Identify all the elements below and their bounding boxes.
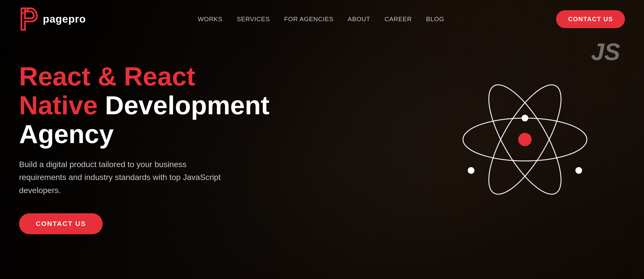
svg-point-7 bbox=[468, 167, 474, 174]
hero-section: JS pagepro WORKS SERVICES FOR AGENCIES bbox=[0, 0, 644, 279]
svg-point-4 bbox=[518, 133, 532, 146]
nav-item-services[interactable]: SERVICES bbox=[237, 15, 270, 23]
hero-subtitle: Build a digital product tailored to your… bbox=[19, 158, 234, 197]
atom-svg bbox=[458, 73, 592, 206]
logo-text: pagepro bbox=[43, 13, 86, 25]
react-atom-graphic bbox=[458, 73, 592, 206]
nav-contact-button[interactable]: CONTACT US bbox=[556, 10, 625, 28]
nav-item-works[interactable]: WORKS bbox=[198, 15, 222, 23]
nav-link-career[interactable]: CAREER bbox=[385, 15, 412, 23]
nav-link-blog[interactable]: BLOG bbox=[426, 15, 444, 23]
nav-links: WORKS SERVICES FOR AGENCIES ABOUT CAREER… bbox=[198, 15, 444, 23]
nav-link-for-agencies[interactable]: FOR AGENCIES bbox=[284, 15, 334, 23]
logo-icon bbox=[19, 6, 38, 32]
svg-point-6 bbox=[576, 167, 582, 174]
hero-contact-button[interactable]: CONTACT US bbox=[19, 213, 103, 234]
nav-link-works[interactable]: WORKS bbox=[198, 15, 222, 23]
nav-item-blog[interactable]: BLOG bbox=[426, 15, 444, 23]
nav-link-services[interactable]: SERVICES bbox=[237, 15, 270, 23]
logo-link[interactable]: pagepro bbox=[19, 6, 86, 32]
nav-item-about[interactable]: ABOUT bbox=[348, 15, 370, 23]
hero-title: React & React Native DevelopmentAgency bbox=[19, 62, 281, 148]
nav-link-about[interactable]: ABOUT bbox=[348, 15, 370, 23]
nav-item-for-agencies[interactable]: FOR AGENCIES bbox=[284, 15, 334, 23]
hero-content: React & React Native DevelopmentAgency B… bbox=[19, 62, 281, 234]
js-watermark: JS bbox=[591, 38, 620, 65]
nav-item-career[interactable]: CAREER bbox=[385, 15, 412, 23]
svg-point-5 bbox=[522, 115, 528, 121]
navbar: pagepro WORKS SERVICES FOR AGENCIES ABOU… bbox=[0, 0, 644, 38]
